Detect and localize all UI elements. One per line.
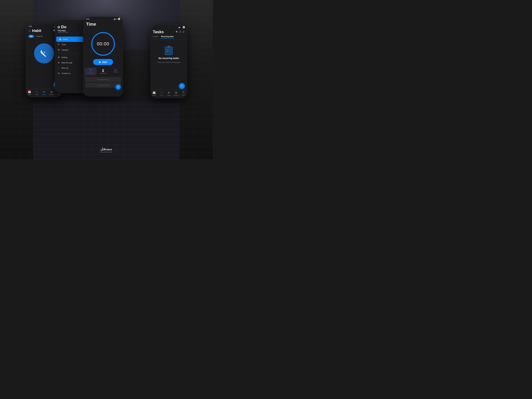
- intervals-icon: 10s: [114, 69, 117, 71]
- hapits-tasks-icon: ★: [168, 91, 170, 94]
- tasks-title: Tasks: [153, 30, 164, 34]
- tab-countdown[interactable]: ⏳ countdown: [97, 68, 109, 75]
- battery-tasks-icon: ▮: [183, 26, 185, 28]
- play-icon: ▶: [99, 61, 101, 63]
- svg-rect-5: [167, 46, 170, 48]
- hapits-icon: ★: [43, 90, 45, 93]
- svg-rect-4: [165, 47, 172, 55]
- tool-circle: [34, 43, 54, 63]
- clipboard-icon: [164, 45, 174, 55]
- watermark: مستقل mostaql.com: [100, 147, 112, 153]
- timer-tab-bar: ⏱ stopwatch ⏳ countdown 10s intervals: [83, 68, 123, 75]
- tasks-header-icons: 🔍 ☰ 🗓: [176, 31, 185, 33]
- title-row: ☰ Habit: [28, 29, 41, 33]
- tool-icon: [38, 48, 50, 59]
- watermark-url: mostaql.com: [100, 151, 112, 153]
- clipboard-svg: [164, 45, 174, 56]
- categore-icon: ⊞: [50, 90, 52, 93]
- tasks-tasks-label: tasks: [160, 95, 163, 96]
- backup-icon: ↑: [57, 67, 60, 69]
- time-timer: 9:41: [86, 18, 89, 20]
- stopwatch-label: stopwatch: [88, 72, 94, 74]
- hapits-tasks-label: hapits: [167, 95, 171, 96]
- timer-circle-wrap: 00:00: [83, 28, 123, 59]
- contact-icon: ✉: [57, 72, 60, 75]
- menu-setting-label: Setting: [62, 56, 67, 58]
- home-icon: 🏠: [59, 38, 61, 40]
- timer-display: 00:00: [91, 32, 115, 56]
- categore-tasks-label: categore: [173, 95, 178, 96]
- menu-home-label: Home: [63, 38, 68, 40]
- timer-tasks-icon: ⏱: [182, 91, 185, 94]
- watermark-arabic: مستقل: [100, 147, 112, 151]
- tab-recurring-tasks[interactable]: Recurring tasks: [161, 36, 174, 38]
- svg-rect-0: [43, 54, 46, 57]
- countdown-icon: ⏳: [101, 69, 105, 72]
- nav-today[interactable]: 📅 today: [26, 90, 33, 95]
- recurring-title: No recurring tasks: [158, 57, 179, 59]
- tasks-icon: ✓: [36, 90, 38, 93]
- status-bar-tasks: ▲ ▮: [151, 25, 187, 29]
- fab-button-timer[interactable]: +: [116, 84, 121, 89]
- setting-icon: ⚙: [57, 56, 60, 58]
- signal-timer-icon: [114, 18, 115, 20]
- nav-tasks[interactable]: ✓ tasks: [33, 90, 40, 95]
- fab-button-tasks[interactable]: +: [179, 83, 185, 89]
- list-icon: ▪: [36, 35, 36, 37]
- nav-tasks-tasks[interactable]: ✓ tasks: [158, 91, 165, 96]
- tasks-tasks-icon: ✓: [160, 91, 163, 94]
- today-label: today: [28, 94, 31, 95]
- time-habit: 9:41: [29, 25, 32, 27]
- all-filter[interactable]: All: [28, 35, 34, 38]
- menu-category-label: category: [62, 49, 69, 51]
- menu-rate-label: Rate this app: [62, 62, 72, 64]
- start-button[interactable]: ▶ start: [93, 59, 113, 65]
- app-title: Habit: [32, 29, 41, 33]
- today-tasks-icon: 📅: [152, 91, 156, 94]
- timer-label: timer: [57, 94, 60, 95]
- categore-label: categore: [49, 94, 54, 95]
- categore-tasks-icon: ⊞: [175, 91, 177, 94]
- wifi-timer-icon: ▲: [116, 18, 118, 20]
- category-icon: ⊞: [57, 49, 60, 51]
- hapits-label: hapits: [42, 94, 46, 95]
- svg-point-1: [44, 51, 45, 53]
- timer-menu-icon: ⏱: [57, 43, 60, 46]
- signal-tasks-icon: [178, 26, 180, 28]
- tab-intervals[interactable]: 10s intervals: [110, 68, 122, 75]
- nav-categore[interactable]: ⊞ categore: [48, 90, 55, 95]
- tasks-header: Tasks 🔍 ☰ 🗓: [151, 29, 187, 36]
- menu-timer-label: Timer: [62, 44, 66, 45]
- menu-icon[interactable]: ☰: [28, 29, 31, 32]
- nav-categore-tasks[interactable]: ⊞ categore: [172, 91, 180, 96]
- menu-contact-label: Contact us: [62, 72, 70, 74]
- tasks-tab-row: le tasks Recurring tasks: [151, 36, 187, 40]
- filter-tasks-icon[interactable]: ☰: [180, 31, 181, 33]
- timer-circle: 00:00: [91, 32, 115, 56]
- record-row-1: No recent records: [85, 77, 121, 82]
- nav-today-tasks[interactable]: 📅 today: [151, 91, 158, 96]
- menu-backup-label: Back Up: [62, 67, 69, 69]
- tasks-label: tasks: [35, 94, 38, 95]
- today-icon: 📅: [28, 90, 31, 93]
- calendar-tasks-icon[interactable]: 🗓: [183, 31, 185, 33]
- nav-hapits-tasks[interactable]: ★ hapits: [165, 91, 172, 96]
- timer-title: Time: [86, 22, 120, 27]
- phone-timer: 9:41 ▲ ▮ Time 00:00 ▶ start: [83, 17, 123, 96]
- tab-single-tasks[interactable]: le tasks: [153, 36, 158, 38]
- today-tasks-label: today: [152, 95, 156, 96]
- nav-hapits[interactable]: ★ hapits: [40, 90, 48, 95]
- tab-stopwatch[interactable]: ⏱ stopwatch: [84, 68, 97, 75]
- battery-timer-icon: ▮: [118, 18, 120, 20]
- tasks-status-icons: ▲ ▮: [178, 26, 185, 28]
- timer-tasks-label: timer: [182, 95, 185, 96]
- start-button-wrap: ▶ start: [83, 59, 123, 68]
- stopwatch-icon: ⏱: [89, 69, 92, 72]
- intervals-label: intervals: [113, 71, 118, 73]
- countdown-label: countdown: [100, 72, 106, 74]
- new-list-button[interactable]: ▪ New list: [36, 35, 43, 37]
- rate-icon: ★: [57, 62, 60, 64]
- search-tasks-icon[interactable]: 🔍: [176, 31, 178, 33]
- nav-timer-tasks[interactable]: ⏱ timer: [180, 91, 187, 96]
- recurring-empty: No recurring tasks There are no active r…: [151, 40, 187, 66]
